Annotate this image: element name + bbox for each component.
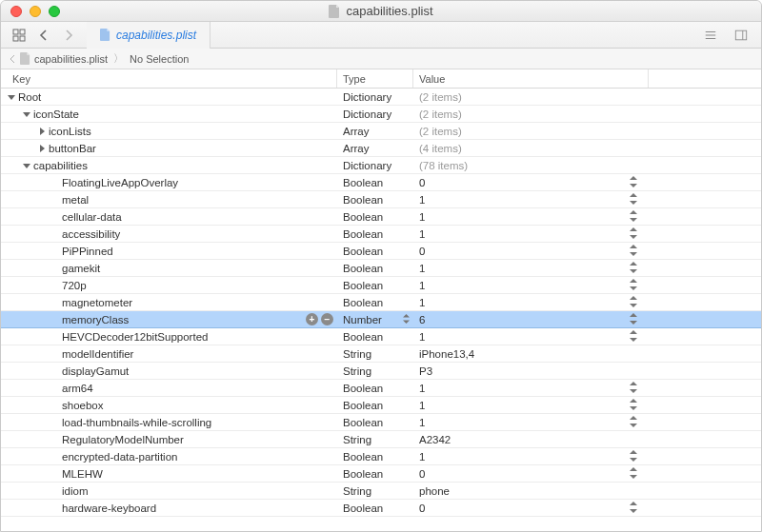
plist-row[interactable]: HEVCDecoder12bitSupportedBoolean1 xyxy=(1,328,761,345)
key-cell[interactable]: shoebox xyxy=(1,397,337,414)
value-cell[interactable]: P3 xyxy=(413,363,618,380)
value-cell[interactable]: 1 xyxy=(413,328,618,345)
value-cell[interactable]: 1 xyxy=(413,294,618,311)
value-stepper[interactable] xyxy=(630,467,637,481)
plist-row[interactable]: FloatingLiveAppOverlayBoolean0 xyxy=(1,174,761,191)
value-cell[interactable]: 0 xyxy=(413,243,618,260)
plist-row[interactable]: 720pBoolean1 xyxy=(1,277,761,294)
key-cell[interactable]: HEVCDecoder12bitSupported xyxy=(1,328,337,345)
value-cell[interactable]: 1 xyxy=(413,191,618,208)
type-cell[interactable]: Boolean xyxy=(337,191,413,208)
back-button[interactable] xyxy=(33,26,54,45)
plist-row[interactable]: hardware-keyboardBoolean0 xyxy=(1,500,761,517)
column-value-header[interactable]: Value xyxy=(413,69,649,88)
plist-row[interactable]: load-thumbnails-while-scrollingBoolean1 xyxy=(1,414,761,431)
breadcrumb-file[interactable]: capabilities.plist xyxy=(34,53,108,65)
value-cell[interactable]: 6 xyxy=(413,311,618,328)
value-cell[interactable]: (2 items) xyxy=(413,89,618,106)
key-cell[interactable]: Root xyxy=(1,89,337,106)
type-cell[interactable]: String xyxy=(337,345,413,363)
key-cell[interactable]: load-thumbnails-while-scrolling xyxy=(1,414,337,431)
plist-row[interactable]: displayGamutStringP3 xyxy=(1,363,761,380)
type-cell[interactable]: Boolean xyxy=(337,260,413,277)
type-cell[interactable]: Boolean xyxy=(337,465,413,483)
plist-row[interactable]: accessibilityBoolean1 xyxy=(1,226,761,243)
type-cell[interactable]: Boolean xyxy=(337,174,413,191)
type-cell[interactable]: Number xyxy=(337,311,413,328)
assistant-editor-button[interactable] xyxy=(731,26,752,45)
key-cell[interactable]: hardware-keyboard xyxy=(1,500,337,517)
type-cell[interactable]: Boolean xyxy=(337,277,413,294)
related-items-button[interactable] xyxy=(9,26,30,45)
value-cell[interactable]: 1 xyxy=(413,448,618,465)
value-cell[interactable]: 1 xyxy=(413,208,618,226)
value-cell[interactable]: (78 items) xyxy=(413,157,618,174)
type-cell[interactable]: Boolean xyxy=(337,397,413,414)
value-stepper[interactable] xyxy=(630,313,637,326)
type-cell[interactable]: Boolean xyxy=(337,500,413,517)
type-cell[interactable]: Dictionary xyxy=(337,89,413,106)
key-cell[interactable]: PiPPinned xyxy=(1,243,337,260)
value-stepper[interactable] xyxy=(630,450,637,463)
plist-row[interactable]: gamekitBoolean1 xyxy=(1,260,761,277)
value-stepper[interactable] xyxy=(630,382,637,395)
plist-row[interactable]: magnetometerBoolean1 xyxy=(1,294,761,311)
zoom-window-button[interactable] xyxy=(49,6,60,17)
type-cell[interactable]: Boolean xyxy=(337,226,413,243)
value-cell[interactable]: (4 items) xyxy=(413,140,618,157)
key-cell[interactable]: gamekit xyxy=(1,260,337,277)
key-cell[interactable]: 720p xyxy=(1,277,337,294)
key-cell[interactable]: iconState xyxy=(1,106,337,123)
outline-view-button[interactable] xyxy=(700,26,721,45)
remove-row-button[interactable]: − xyxy=(321,313,333,325)
value-cell[interactable]: 0 xyxy=(413,500,618,517)
value-cell[interactable]: 0 xyxy=(413,174,618,191)
value-cell[interactable]: 1 xyxy=(413,414,618,431)
value-cell[interactable]: 1 xyxy=(413,277,618,294)
add-row-button[interactable]: + xyxy=(306,313,318,325)
value-cell[interactable]: 1 xyxy=(413,260,618,277)
value-stepper[interactable] xyxy=(630,502,637,515)
plist-row[interactable]: encrypted-data-partitionBoolean1 xyxy=(1,448,761,465)
type-cell[interactable]: Dictionary xyxy=(337,157,413,174)
value-cell[interactable]: iPhone13,4 xyxy=(413,345,618,363)
key-cell[interactable]: magnetometer xyxy=(1,294,337,311)
type-cell[interactable]: Boolean xyxy=(337,208,413,226)
type-cell[interactable]: Array xyxy=(337,123,413,140)
key-cell[interactable]: MLEHW xyxy=(1,465,337,483)
type-cell[interactable]: Boolean xyxy=(337,448,413,465)
type-cell[interactable]: String xyxy=(337,483,413,500)
plist-row[interactable]: cellular-dataBoolean1 xyxy=(1,208,761,226)
breadcrumb-selection[interactable]: No Selection xyxy=(130,53,189,65)
type-cell[interactable]: Boolean xyxy=(337,414,413,431)
disclosure-triangle[interactable] xyxy=(7,93,16,101)
key-cell[interactable]: idiom xyxy=(1,483,337,500)
value-stepper[interactable] xyxy=(630,279,637,292)
value-cell[interactable]: 1 xyxy=(413,226,618,243)
value-stepper[interactable] xyxy=(630,330,637,344)
key-cell[interactable]: RegulatoryModelNumber xyxy=(1,431,337,448)
plist-row[interactable]: modelIdentifierStringiPhone13,4 xyxy=(1,345,761,363)
key-cell[interactable]: modelIdentifier xyxy=(1,345,337,363)
column-type-header[interactable]: Type xyxy=(337,69,413,88)
key-cell[interactable]: buttonBar xyxy=(1,140,337,157)
key-cell[interactable]: metal xyxy=(1,191,337,208)
plist-row[interactable]: buttonBarArray(4 items) xyxy=(1,140,761,157)
key-cell[interactable]: arm64 xyxy=(1,380,337,397)
value-stepper[interactable] xyxy=(630,399,637,412)
value-stepper[interactable] xyxy=(630,176,637,189)
key-cell[interactable]: cellular-data xyxy=(1,208,337,226)
forward-button[interactable] xyxy=(58,26,79,45)
plist-row[interactable]: shoeboxBoolean1 xyxy=(1,397,761,414)
disclosure-triangle[interactable] xyxy=(22,162,31,169)
type-cell[interactable]: Boolean xyxy=(337,243,413,260)
value-stepper[interactable] xyxy=(630,245,637,258)
value-cell[interactable]: 1 xyxy=(413,397,618,414)
column-key-header[interactable]: Key xyxy=(1,69,337,88)
plist-row[interactable]: RootDictionary(2 items) xyxy=(1,89,761,106)
key-cell[interactable]: capabilities xyxy=(1,157,337,174)
type-cell[interactable]: String xyxy=(337,431,413,448)
plist-row[interactable]: PiPPinnedBoolean0 xyxy=(1,243,761,260)
plist-row[interactable]: capabilitiesDictionary(78 items) xyxy=(1,157,761,174)
type-cell[interactable]: Array xyxy=(337,140,413,157)
